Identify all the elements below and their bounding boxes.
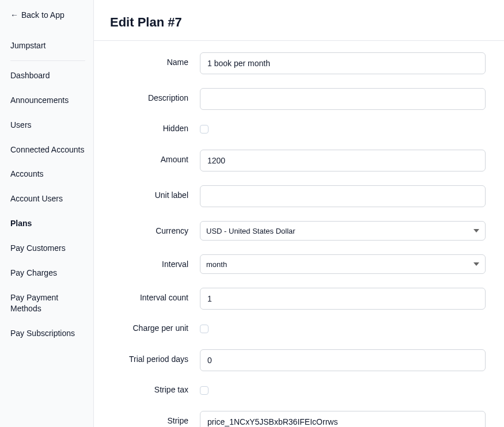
sidebar-item-users[interactable]: Users xyxy=(10,113,85,138)
sidebar-item-jumpstart[interactable]: Jumpstart xyxy=(10,33,85,58)
sidebar-item-account-users[interactable]: Account Users xyxy=(10,186,85,211)
sidebar-item-announcements[interactable]: Announcements xyxy=(10,88,85,113)
sidebar-item-connected-accounts[interactable]: Connected Accounts xyxy=(10,138,85,162)
form-row-interval-select: Intervalmonth xyxy=(110,254,486,274)
trial-period-days-field-wrap xyxy=(200,349,486,371)
arrow-left-icon: ← xyxy=(10,10,18,20)
stripe-field-label: Stripe xyxy=(110,411,200,425)
back-label: Back to App xyxy=(21,10,65,20)
form-row-hidden-checkbox: Hidden xyxy=(110,124,486,136)
sidebar-item-pay-customers[interactable]: Pay Customers xyxy=(10,236,85,261)
form-row-currency-select: CurrencyUSD - United States Dollar xyxy=(110,221,486,241)
description-field-wrap xyxy=(200,88,486,110)
form-row-amount-field: Amount xyxy=(110,150,486,171)
interval-count-field-wrap xyxy=(200,288,486,310)
name-field[interactable] xyxy=(200,52,486,74)
sidebar-item-plans[interactable]: Plans xyxy=(10,211,85,236)
unit-label-field[interactable] xyxy=(200,185,486,207)
sidebar: ← Back to App JumpstartDashboardAnnounce… xyxy=(0,0,93,427)
form-row-charge-per-unit-checkbox: Charge per unit xyxy=(110,323,486,336)
currency-select-wrap: USD - United States Dollar xyxy=(200,221,486,241)
sidebar-item-pay-subscriptions[interactable]: Pay Subscriptions xyxy=(10,321,85,346)
form-row-unit-label-field: Unit label xyxy=(110,185,486,207)
name-field-wrap xyxy=(200,52,486,74)
charge-per-unit-checkbox-wrap xyxy=(200,323,486,336)
main-header: Edit Plan #7 xyxy=(94,0,504,41)
main-content: Edit Plan #7 NameDescriptionHiddenAmount… xyxy=(93,0,504,427)
form-row-name-field: Name xyxy=(110,52,486,74)
description-field-label: Description xyxy=(110,88,200,102)
amount-field[interactable] xyxy=(200,150,486,171)
interval-select-label: Interval xyxy=(110,254,200,269)
charge-per-unit-checkbox-label: Charge per unit xyxy=(110,323,200,333)
interval-count-field[interactable] xyxy=(200,288,486,310)
name-field-label: Name xyxy=(110,52,200,67)
unit-label-field-wrap xyxy=(200,185,486,207)
interval-select[interactable]: month xyxy=(200,254,486,274)
interval-select-wrap: month xyxy=(200,254,486,274)
trial-period-days-field[interactable] xyxy=(200,349,486,371)
form-row-trial-period-days-field: Trial period days xyxy=(110,349,486,371)
stripe-field[interactable] xyxy=(200,411,486,427)
amount-field-wrap xyxy=(200,150,486,171)
hidden-checkbox-label: Hidden xyxy=(110,124,200,133)
hidden-checkbox[interactable] xyxy=(200,125,209,134)
form-row-stripe-tax-checkbox: Stripe tax xyxy=(110,385,486,397)
form-area: NameDescriptionHiddenAmountUnit labelCur… xyxy=(94,41,504,427)
sidebar-item-pay-payment-methods[interactable]: Pay Payment Methods xyxy=(10,285,85,321)
stripe-tax-checkbox-wrap xyxy=(200,385,486,397)
sidebar-item-dashboard[interactable]: Dashboard xyxy=(10,63,85,88)
sidebar-divider xyxy=(10,60,85,61)
amount-field-label: Amount xyxy=(110,150,200,164)
page-title: Edit Plan #7 xyxy=(110,15,488,30)
stripe-field-wrap xyxy=(200,411,486,427)
stripe-tax-checkbox[interactable] xyxy=(200,386,209,395)
sidebar-item-pay-charges[interactable]: Pay Charges xyxy=(10,261,85,285)
form-row-interval-count-field: Interval count xyxy=(110,288,486,310)
stripe-tax-checkbox-label: Stripe tax xyxy=(110,385,200,394)
form-row-description-field: Description xyxy=(110,88,486,110)
interval-count-field-label: Interval count xyxy=(110,288,200,302)
description-field[interactable] xyxy=(200,88,486,110)
currency-select-label: Currency xyxy=(110,221,200,235)
sidebar-item-accounts[interactable]: Accounts xyxy=(10,162,85,186)
currency-select[interactable]: USD - United States Dollar xyxy=(200,221,486,241)
sidebar-nav: JumpstartDashboardAnnouncementsUsersConn… xyxy=(10,33,85,346)
charge-per-unit-checkbox[interactable] xyxy=(200,325,209,333)
hidden-checkbox-wrap xyxy=(200,124,486,136)
trial-period-days-field-label: Trial period days xyxy=(110,349,200,364)
unit-label-field-label: Unit label xyxy=(110,185,200,200)
form-row-stripe-field: Stripe xyxy=(110,411,486,427)
back-to-app-link[interactable]: ← Back to App xyxy=(10,10,85,20)
